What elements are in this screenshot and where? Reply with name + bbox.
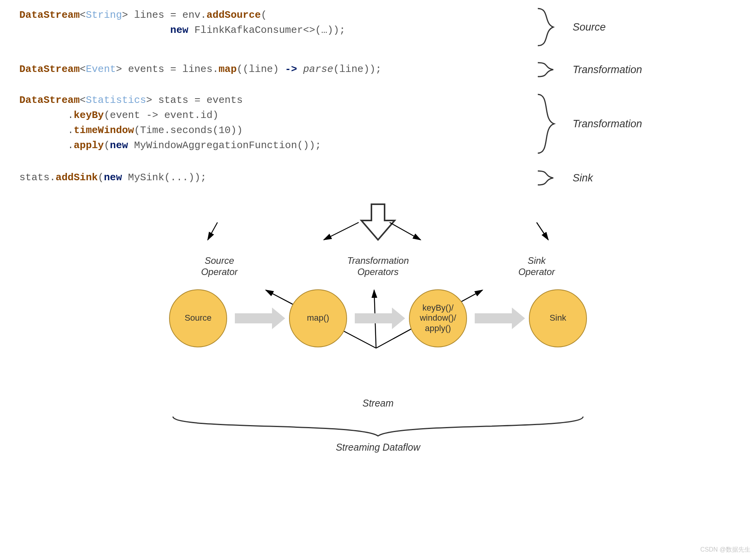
bottom-brace-icon xyxy=(165,413,591,440)
streaming-dataflow-label: Streaming Dataflow xyxy=(165,442,591,453)
source-operator-label: Source Operator xyxy=(181,255,258,278)
operator-labels-row: Source Operator Transformation Operators… xyxy=(165,255,591,278)
brace-icon xyxy=(530,93,561,155)
transformation-operators-label: Transformation Operators xyxy=(304,255,452,278)
label-source: Source xyxy=(561,8,662,46)
label-transformation: Transformation xyxy=(561,62,662,77)
map-node: map() xyxy=(289,289,347,347)
stream-label: Stream xyxy=(165,398,591,409)
keyby-window-apply-node: keyBy()/ window()/ apply() xyxy=(409,289,467,347)
code-block-sink: stats.addSink(new MySink(...)); Sink xyxy=(15,170,741,186)
code-block-transformation-2: DataStream<Statistics> stats = events .k… xyxy=(15,93,741,155)
stream-arrow-icon xyxy=(469,313,527,324)
code-lines: stats.addSink(new MySink(...)); xyxy=(15,170,530,186)
brace-icon xyxy=(530,8,561,46)
label-transformation: Transformation xyxy=(561,93,662,155)
source-node: Source xyxy=(169,289,227,347)
code-lines: DataStream<Event> events = lines.map((li… xyxy=(15,62,530,77)
code-lines: DataStream<String> lines = env.addSource… xyxy=(15,8,530,46)
new-keyword: new xyxy=(170,24,188,36)
brace-icon xyxy=(530,62,561,77)
pipeline-row: Source map() keyBy()/ window()/ apply() … xyxy=(165,282,591,355)
sink-operator-label: Sink Operator xyxy=(498,255,575,278)
generic-type: String xyxy=(86,9,122,21)
label-sink: Sink xyxy=(561,170,662,186)
code-lines: DataStream<Statistics> stats = events .k… xyxy=(15,93,530,155)
dataflow-diagram: Source Operator Transformation Operators… xyxy=(165,201,591,453)
stream-arrow-icon xyxy=(349,313,407,324)
brace-icon xyxy=(530,170,561,186)
type-keyword: DataStream xyxy=(19,9,80,21)
code-block-source: DataStream<String> lines = env.addSource… xyxy=(15,8,741,46)
code-block-transformation-1: DataStream<Event> events = lines.map((li… xyxy=(15,62,741,77)
sink-node: Sink xyxy=(529,289,587,347)
down-arrow-icon xyxy=(165,201,591,244)
stream-arrow-icon xyxy=(229,313,287,324)
method: addSource xyxy=(207,9,261,21)
